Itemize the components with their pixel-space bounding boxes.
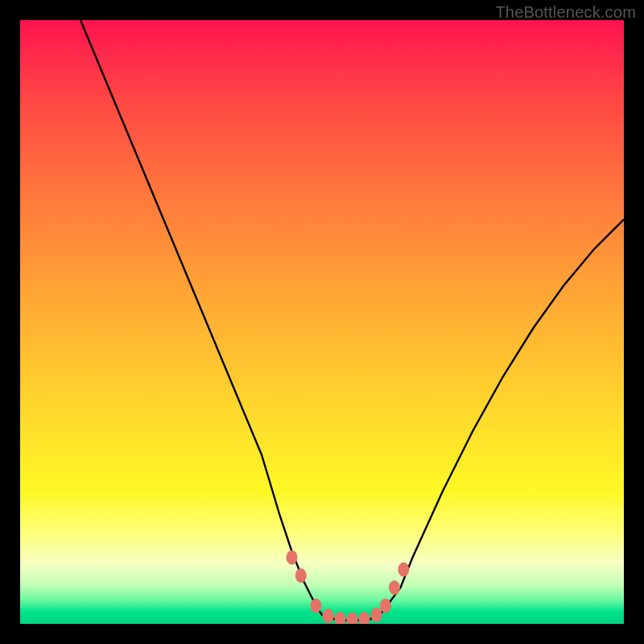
plot-area [20, 20, 624, 624]
chart-frame: TheBottleneck.com [0, 0, 644, 644]
sweet-spot-dot [359, 612, 370, 624]
watermark-text: TheBottleneck.com [495, 3, 636, 22]
sweet-spot-dots [287, 551, 410, 625]
sweet-spot-dot [389, 580, 400, 595]
curve-svg [20, 20, 624, 624]
sweet-spot-dot [323, 609, 334, 623]
sweet-spot-dot [398, 563, 409, 577]
sweet-spot-dot [380, 599, 391, 613]
bottleneck-curve [80, 20, 624, 621]
sweet-spot-dot [347, 613, 358, 624]
sweet-spot-dot [335, 612, 346, 624]
sweet-spot-dot [295, 568, 307, 583]
sweet-spot-dot [287, 551, 298, 565]
sweet-spot-dot [311, 599, 322, 613]
sweet-spot-dot [371, 608, 382, 622]
